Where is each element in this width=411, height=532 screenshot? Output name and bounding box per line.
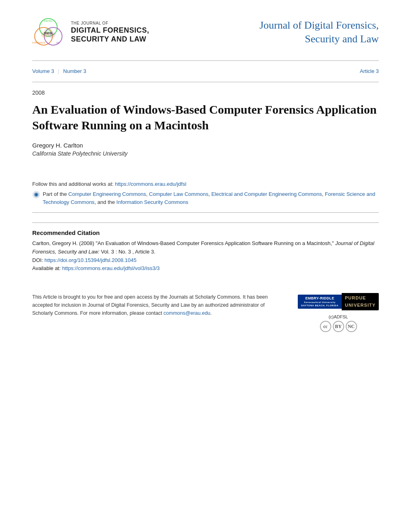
embry-riddle-logo: EMBRY-RIDDLE Aeronautical University DAY… bbox=[298, 295, 342, 309]
journal-logo-icon: JDFSL DIGITAL FORENSICS NC bbox=[32, 16, 64, 48]
citation-section: Recommended Citation Carlton, Gregory H.… bbox=[32, 222, 379, 273]
follow-link[interactable]: https://commons.erau.edu/jdfsl bbox=[115, 181, 186, 187]
article-title: An Evaluation of Windows-Based Computer … bbox=[32, 102, 379, 133]
volume-link[interactable]: Volume 3 bbox=[32, 68, 54, 74]
svg-text:DIGITAL: DIGITAL bbox=[44, 20, 53, 22]
commons-link-2[interactable]: Computer Law Commons bbox=[149, 191, 208, 197]
part-of-line: Part of the Computer Engineering Commons… bbox=[32, 190, 379, 206]
logos-block: EMBRY-RIDDLE Aeronautical University DAY… bbox=[298, 293, 379, 332]
svg-text:JDFSL: JDFSL bbox=[43, 31, 53, 35]
article-number: Article 3 bbox=[360, 68, 379, 74]
number-link[interactable]: Number 3 bbox=[63, 68, 86, 74]
author-name: Gregory H. Carlton bbox=[32, 142, 379, 149]
meta-row: Volume 3 | Number 3 Article 3 bbox=[32, 67, 379, 75]
cc-by-icon: BY bbox=[333, 321, 344, 332]
doi-link[interactable]: https://doi.org/10.15394/jdfsl.2008.1045 bbox=[44, 257, 136, 263]
cc-icon: cc bbox=[320, 321, 331, 332]
volume-number-links: Volume 3 | Number 3 bbox=[32, 67, 86, 75]
available-link[interactable]: https://commons.erau.edu/jdfsl/vol3/iss3… bbox=[62, 265, 160, 271]
journal-small-text: THE JOURNAL OF bbox=[71, 21, 149, 25]
meta-divider bbox=[32, 82, 379, 82]
header-right-title: Journal of Digital Forensics, Security a… bbox=[259, 19, 379, 46]
follow-text: Follow this and additional works at: htt… bbox=[32, 181, 379, 187]
bottom-section: This Article is brought to you for free … bbox=[32, 289, 379, 332]
cc-icons: cc BY NC bbox=[320, 321, 357, 332]
header-left: JDFSL DIGITAL FORENSICS NC THE JOURNAL O… bbox=[32, 16, 149, 48]
author-institution: California State Polytechnic University bbox=[32, 150, 379, 157]
meta-separator: | bbox=[58, 68, 59, 74]
citation-body: Carlton, Gregory H. (2008) "An Evaluatio… bbox=[32, 239, 379, 273]
cc-label: (c)ADFSL bbox=[328, 314, 348, 319]
header-title-link[interactable]: Journal of Digital Forensics, Security a… bbox=[259, 19, 379, 46]
follow-section: Follow this and additional works at: htt… bbox=[32, 181, 379, 206]
cc-license-badge: (c)ADFSL cc BY NC bbox=[320, 314, 357, 332]
svg-text:NC: NC bbox=[56, 42, 60, 44]
header-divider bbox=[32, 60, 379, 61]
commons-link-3[interactable]: Electrical and Computer Engineering Comm… bbox=[211, 191, 322, 197]
svg-text:FORENSICS: FORENSICS bbox=[32, 42, 45, 44]
commons-link-5[interactable]: Information Security Commons bbox=[116, 199, 188, 205]
journal-bold-text: DIGITAL FORENSICS, SECURITY AND LAW bbox=[71, 26, 149, 44]
cc-nc-icon: NC bbox=[346, 321, 357, 332]
commons-link-1[interactable]: Computer Engineering Commons bbox=[68, 191, 146, 197]
svg-point-11 bbox=[35, 193, 37, 196]
contact-email-link[interactable]: commons@erau.edu bbox=[164, 310, 210, 316]
journal-name-block: THE JOURNAL OF DIGITAL FORENSICS, SECURI… bbox=[71, 21, 149, 44]
publication-year: 2008 bbox=[32, 89, 379, 96]
embry-purdue-logo: EMBRY-RIDDLE Aeronautical University DAY… bbox=[298, 293, 379, 310]
bepress-icon bbox=[32, 191, 40, 199]
citation-heading: Recommended Citation bbox=[32, 229, 379, 236]
open-access-text: This Article is brought to you for free … bbox=[32, 293, 282, 317]
citation-divider bbox=[32, 212, 379, 213]
purdue-logo: PURDUEUNIVERSITY bbox=[342, 293, 379, 310]
page-header: JDFSL DIGITAL FORENSICS NC THE JOURNAL O… bbox=[32, 16, 379, 48]
